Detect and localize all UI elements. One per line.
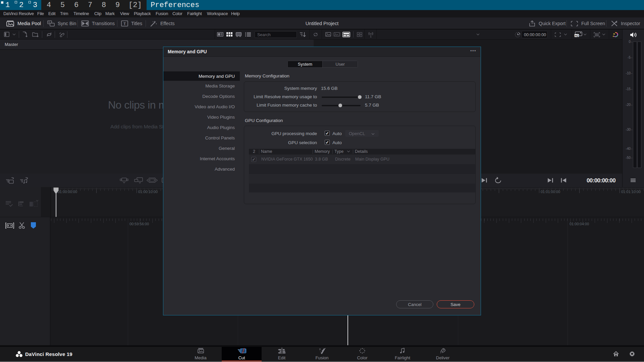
svg-text:HQ: HQ — [575, 34, 579, 37]
svg-text:T: T — [123, 22, 126, 26]
